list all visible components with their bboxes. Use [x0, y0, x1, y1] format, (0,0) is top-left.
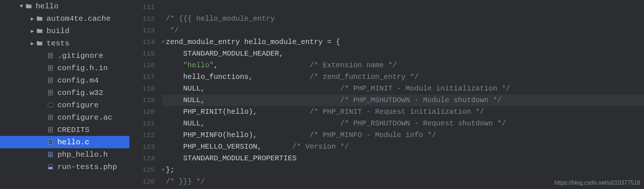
code-line[interactable]	[162, 188, 644, 189]
php-icon: php	[47, 163, 55, 171]
chevron-right-icon[interactable]: ▶	[29, 28, 36, 34]
cfile-icon: c	[47, 150, 55, 158]
code-comment: /* Version */	[292, 142, 349, 151]
tree-item-config-m4[interactable]: config.m4	[0, 74, 129, 87]
tree-item-label: configure.ac	[57, 113, 112, 122]
line-number: 119	[129, 94, 155, 106]
line-number: 112	[129, 13, 155, 25]
line-number: 111	[129, 1, 155, 13]
tree-item-tests[interactable]: ▶tests	[0, 37, 129, 49]
file-icon	[47, 64, 55, 72]
svg-text:c: c	[49, 153, 51, 156]
code-line[interactable]: NULL, /* PHP_MINIT - Module initializati…	[162, 83, 644, 94]
code-line[interactable]: PHP_HELLO_VERSION, /* Version */	[162, 141, 644, 153]
line-number: 120	[129, 106, 155, 118]
code-line[interactable]: PHP_RINIT(hello), /* PHP_RINIT - Request…	[162, 106, 644, 118]
line-number: 122	[129, 129, 155, 141]
tree-item--gitignore[interactable]: .gitignore	[0, 49, 129, 62]
line-number: 121	[129, 118, 155, 129]
code-text: NULL,	[166, 84, 340, 93]
tree-item-build[interactable]: ▶build	[0, 25, 129, 37]
line-number-gutter: 1111121131141151161171181191201211221231…	[129, 0, 162, 189]
tree-item-php-hello-h[interactable]: cphp_hello.h	[0, 148, 129, 161]
svg-text:c: c	[49, 141, 51, 144]
tree-item-hello[interactable]: ▼hello	[0, 0, 129, 12]
line-number: 116	[129, 60, 155, 71]
tree-item-credits[interactable]: CREDITS	[0, 124, 129, 136]
folder-icon	[36, 27, 44, 35]
tree-item-autom4te-cache[interactable]: ▶autom4te.cache	[0, 12, 129, 25]
tree-item-label: configure	[57, 101, 98, 109]
code-text: zend_module_entry hello_module_entry = {	[166, 38, 340, 46]
code-comment: */	[166, 26, 179, 35]
code-line[interactable]: NULL, /* PHP_RSHUTDOWN - Request shutdow…	[162, 118, 644, 129]
code-line[interactable]: ⊡};	[162, 164, 644, 176]
cfile-icon: c	[47, 138, 55, 146]
code-line[interactable]: ⊟zend_module_entry hello_module_entry = …	[162, 36, 644, 48]
code-comment: /* PHP_RSHUTDOWN - Request shutdown */	[340, 119, 506, 128]
line-number: 118	[129, 83, 155, 94]
code-text: PHP_MINFO(hello),	[166, 131, 310, 139]
term-icon: >_	[47, 101, 55, 109]
code-comment: /* PHP_MINIT - Module initialization */	[340, 84, 510, 93]
file-icon	[47, 126, 55, 134]
tree-item-configure-ac[interactable]: configure.ac	[0, 111, 129, 124]
code-comment: /* zend_function_entry */	[310, 73, 419, 81]
code-line[interactable]	[162, 1, 644, 13]
fold-open-icon[interactable]: ⊟	[162, 36, 164, 48]
svg-text:php: php	[49, 167, 52, 169]
code-line[interactable]: NULL, /* PHP_MSHUTDOWN - Module shutdown…	[162, 94, 644, 106]
svg-rect-32	[49, 164, 53, 167]
editor-pane[interactable]: /* {{{ hello_module_entry */⊟zend_module…	[162, 0, 644, 189]
code-line[interactable]: /* {{{ hello_module_entry	[162, 13, 644, 25]
code-comment: /* PHP_RINIT - Request initialization */	[310, 108, 484, 116]
code-text: NULL,	[166, 119, 340, 128]
tree-item-label: tests	[47, 39, 69, 48]
code-line[interactable]: "hello", /* Extension name */	[162, 60, 644, 71]
fold-close-icon[interactable]: ⊡	[162, 164, 164, 176]
code-text: STANDARD_MODULE_HEADER,	[166, 49, 283, 58]
code-comment: /* PHP_MSHUTDOWN - Module shutdown */	[340, 96, 502, 104]
file-icon	[47, 113, 55, 121]
code-text: ,	[214, 61, 310, 69]
line-number: 125	[129, 164, 155, 176]
tree-item-label: run-tests.php	[57, 163, 117, 171]
file-icon	[47, 89, 55, 97]
tree-item-config-h-in[interactable]: config.h.in	[0, 62, 129, 74]
tree-item-config-w32[interactable]: config.w32	[0, 87, 129, 99]
line-number: 114	[129, 36, 155, 48]
tree-item-label: hello	[36, 2, 59, 11]
chevron-right-icon[interactable]: ▶	[29, 16, 36, 22]
tree-item-configure[interactable]: >_configure	[0, 99, 129, 111]
code-text: };	[166, 166, 174, 174]
svg-text:>_: >_	[49, 104, 52, 106]
code-text	[166, 61, 183, 69]
project-tree[interactable]: ▼hello▶autom4te.cache▶build▶tests.gitign…	[0, 0, 129, 189]
line-number: 115	[129, 48, 155, 60]
tree-item-label: .gitignore	[57, 52, 103, 60]
chevron-right-icon[interactable]: ▶	[29, 40, 36, 47]
line-number: 113	[129, 25, 155, 36]
code-line[interactable]: */	[162, 25, 644, 36]
tree-item-label: CREDITS	[57, 126, 89, 134]
folder-icon	[36, 15, 44, 23]
code-line[interactable]: STANDARD_MODULE_HEADER,	[162, 48, 644, 60]
ide-root: ▼hello▶autom4te.cache▶build▶tests.gitign…	[0, 0, 644, 189]
tree-item-label: config.h.in	[57, 64, 108, 72]
code-line[interactable]: PHP_MINFO(hello), /* PHP_MINFO - Module …	[162, 129, 644, 141]
code-text: STANDARD_MODULE_PROPERTIES	[166, 154, 297, 162]
folder-icon	[25, 2, 33, 10]
tree-item-run-tests-php[interactable]: phprun-tests.php	[0, 161, 129, 173]
chevron-down-icon[interactable]: ▼	[18, 3, 25, 9]
watermark-text: https://blog.csdn.net/u010377516	[554, 180, 640, 186]
code-line[interactable]: STANDARD_MODULE_PROPERTIES	[162, 153, 644, 164]
tree-item-hello-c[interactable]: chello.c	[0, 136, 129, 148]
code-comment: /* }}} */	[166, 177, 205, 186]
tree-item-label: hello.c	[57, 138, 89, 146]
code-line[interactable]: hello_functions, /* zend_function_entry …	[162, 71, 644, 83]
line-number: 127	[129, 188, 155, 189]
tree-item-label: autom4te.cache	[47, 15, 110, 23]
tree-item-label: config.w32	[57, 89, 103, 97]
line-number: 124	[129, 153, 155, 164]
tree-item-label: php_hello.h	[57, 150, 108, 159]
